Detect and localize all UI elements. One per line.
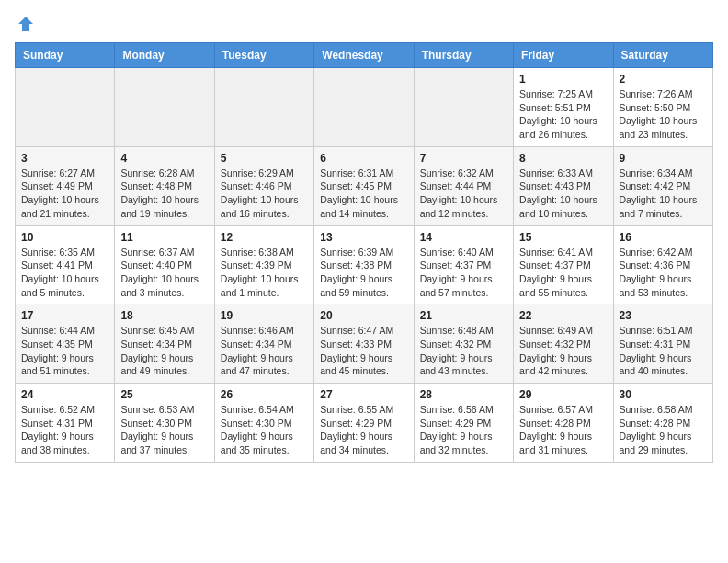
day-number: 30 (620, 388, 707, 401)
day-header-saturday: Saturday (613, 43, 712, 68)
calendar-cell (414, 68, 513, 147)
day-number: 15 (519, 231, 607, 244)
day-number: 2 (620, 73, 707, 86)
day-number: 18 (120, 309, 208, 322)
day-number: 28 (420, 388, 507, 401)
day-number: 11 (120, 231, 208, 244)
day-info: Sunrise: 6:40 AM Sunset: 4:37 PM Dayligh… (420, 246, 507, 300)
calendar-cell: 18Sunrise: 6:45 AM Sunset: 4:34 PM Dayli… (115, 304, 214, 384)
day-info: Sunrise: 6:45 AM Sunset: 4:34 PM Dayligh… (120, 324, 208, 378)
calendar-week-row: 3Sunrise: 6:27 AM Sunset: 4:49 PM Daylig… (16, 146, 713, 225)
svg-marker-0 (18, 17, 33, 31)
day-info: Sunrise: 6:41 AM Sunset: 4:37 PM Dayligh… (519, 246, 607, 300)
day-number: 10 (21, 231, 108, 244)
calendar-cell: 8Sunrise: 6:33 AM Sunset: 4:43 PM Daylig… (514, 146, 613, 225)
day-header-tuesday: Tuesday (214, 43, 313, 68)
day-number: 6 (320, 152, 407, 165)
day-number: 7 (420, 152, 507, 165)
day-info: Sunrise: 6:33 AM Sunset: 4:43 PM Dayligh… (519, 167, 607, 221)
day-info: Sunrise: 6:56 AM Sunset: 4:29 PM Dayligh… (420, 403, 507, 457)
day-info: Sunrise: 6:51 AM Sunset: 4:31 PM Dayligh… (620, 324, 707, 378)
calendar-cell: 25Sunrise: 6:53 AM Sunset: 4:30 PM Dayli… (115, 384, 214, 463)
day-info: Sunrise: 6:49 AM Sunset: 4:32 PM Dayligh… (519, 324, 607, 378)
day-info: Sunrise: 6:31 AM Sunset: 4:45 PM Dayligh… (320, 167, 407, 221)
day-number: 3 (21, 152, 108, 165)
calendar-cell: 20Sunrise: 6:47 AM Sunset: 4:33 PM Dayli… (314, 304, 414, 384)
day-number: 9 (620, 152, 707, 165)
day-number: 8 (519, 152, 607, 165)
day-info: Sunrise: 6:28 AM Sunset: 4:48 PM Dayligh… (120, 167, 208, 221)
calendar-cell: 23Sunrise: 6:51 AM Sunset: 4:31 PM Dayli… (613, 304, 712, 384)
day-number: 4 (120, 152, 208, 165)
calendar-cell: 17Sunrise: 6:44 AM Sunset: 4:35 PM Dayli… (16, 304, 115, 384)
day-info: Sunrise: 6:34 AM Sunset: 4:42 PM Dayligh… (620, 167, 707, 221)
day-header-friday: Friday (514, 43, 613, 68)
calendar-cell: 21Sunrise: 6:48 AM Sunset: 4:32 PM Dayli… (414, 304, 513, 384)
calendar-week-row: 10Sunrise: 6:35 AM Sunset: 4:41 PM Dayli… (16, 225, 713, 304)
day-number: 5 (221, 152, 308, 165)
calendar-cell (16, 68, 115, 147)
day-info: Sunrise: 6:58 AM Sunset: 4:28 PM Dayligh… (620, 403, 707, 457)
day-number: 22 (519, 309, 607, 322)
day-header-thursday: Thursday (414, 43, 513, 68)
calendar-cell: 30Sunrise: 6:58 AM Sunset: 4:28 PM Dayli… (613, 384, 712, 463)
calendar-cell: 6Sunrise: 6:31 AM Sunset: 4:45 PM Daylig… (314, 146, 414, 225)
day-info: Sunrise: 6:53 AM Sunset: 4:30 PM Dayligh… (120, 403, 208, 457)
calendar-cell: 10Sunrise: 6:35 AM Sunset: 4:41 PM Dayli… (16, 225, 115, 304)
calendar-table: SundayMondayTuesdayWednesdayThursdayFrid… (15, 42, 713, 463)
day-info: Sunrise: 6:44 AM Sunset: 4:35 PM Dayligh… (21, 324, 108, 378)
calendar-cell: 4Sunrise: 6:28 AM Sunset: 4:48 PM Daylig… (115, 146, 214, 225)
page-header (15, 15, 713, 33)
logo (15, 15, 35, 33)
day-number: 17 (21, 309, 108, 322)
calendar-cell: 28Sunrise: 6:56 AM Sunset: 4:29 PM Dayli… (414, 384, 513, 463)
calendar-header-row: SundayMondayTuesdayWednesdayThursdayFrid… (16, 43, 713, 68)
day-info: Sunrise: 6:38 AM Sunset: 4:39 PM Dayligh… (221, 246, 308, 300)
day-info: Sunrise: 6:55 AM Sunset: 4:29 PM Dayligh… (320, 403, 407, 457)
calendar-week-row: 1Sunrise: 7:25 AM Sunset: 5:51 PM Daylig… (16, 68, 713, 147)
day-number: 19 (221, 309, 308, 322)
day-header-sunday: Sunday (16, 43, 115, 68)
calendar-cell: 22Sunrise: 6:49 AM Sunset: 4:32 PM Dayli… (514, 304, 613, 384)
calendar-cell: 5Sunrise: 6:29 AM Sunset: 4:46 PM Daylig… (214, 146, 313, 225)
calendar-cell: 15Sunrise: 6:41 AM Sunset: 4:37 PM Dayli… (514, 225, 613, 304)
day-info: Sunrise: 7:26 AM Sunset: 5:50 PM Dayligh… (620, 87, 707, 142)
day-info: Sunrise: 7:25 AM Sunset: 5:51 PM Dayligh… (519, 87, 607, 142)
calendar-cell: 2Sunrise: 7:26 AM Sunset: 5:50 PM Daylig… (613, 68, 712, 147)
day-info: Sunrise: 6:42 AM Sunset: 4:36 PM Dayligh… (620, 246, 707, 300)
day-info: Sunrise: 6:32 AM Sunset: 4:44 PM Dayligh… (420, 167, 507, 221)
calendar-cell: 11Sunrise: 6:37 AM Sunset: 4:40 PM Dayli… (115, 225, 214, 304)
calendar-cell: 19Sunrise: 6:46 AM Sunset: 4:34 PM Dayli… (214, 304, 313, 384)
day-header-monday: Monday (115, 43, 214, 68)
day-info: Sunrise: 6:52 AM Sunset: 4:31 PM Dayligh… (21, 403, 108, 457)
day-info: Sunrise: 6:35 AM Sunset: 4:41 PM Dayligh… (21, 246, 108, 300)
day-number: 23 (620, 309, 707, 322)
day-info: Sunrise: 6:46 AM Sunset: 4:34 PM Dayligh… (221, 324, 308, 378)
day-info: Sunrise: 6:39 AM Sunset: 4:38 PM Dayligh… (320, 246, 407, 300)
day-info: Sunrise: 6:37 AM Sunset: 4:40 PM Dayligh… (120, 246, 208, 300)
day-info: Sunrise: 6:48 AM Sunset: 4:32 PM Dayligh… (420, 324, 507, 378)
calendar-cell: 9Sunrise: 6:34 AM Sunset: 4:42 PM Daylig… (613, 146, 712, 225)
day-info: Sunrise: 6:47 AM Sunset: 4:33 PM Dayligh… (320, 324, 407, 378)
calendar-cell: 7Sunrise: 6:32 AM Sunset: 4:44 PM Daylig… (414, 146, 513, 225)
calendar-cell: 3Sunrise: 6:27 AM Sunset: 4:49 PM Daylig… (16, 146, 115, 225)
calendar-cell: 12Sunrise: 6:38 AM Sunset: 4:39 PM Dayli… (214, 225, 313, 304)
calendar-cell: 14Sunrise: 6:40 AM Sunset: 4:37 PM Dayli… (414, 225, 513, 304)
day-number: 14 (420, 231, 507, 244)
calendar-week-row: 17Sunrise: 6:44 AM Sunset: 4:35 PM Dayli… (16, 304, 713, 384)
calendar-cell (115, 68, 214, 147)
day-number: 24 (21, 388, 108, 401)
day-header-wednesday: Wednesday (314, 43, 414, 68)
calendar-cell: 16Sunrise: 6:42 AM Sunset: 4:36 PM Dayli… (613, 225, 712, 304)
day-number: 25 (120, 388, 208, 401)
day-info: Sunrise: 6:29 AM Sunset: 4:46 PM Dayligh… (221, 167, 308, 221)
calendar-cell: 26Sunrise: 6:54 AM Sunset: 4:30 PM Dayli… (214, 384, 313, 463)
day-info: Sunrise: 6:27 AM Sunset: 4:49 PM Dayligh… (21, 167, 108, 221)
calendar-cell: 1Sunrise: 7:25 AM Sunset: 5:51 PM Daylig… (514, 68, 613, 147)
calendar-cell: 24Sunrise: 6:52 AM Sunset: 4:31 PM Dayli… (16, 384, 115, 463)
day-info: Sunrise: 6:54 AM Sunset: 4:30 PM Dayligh… (221, 403, 308, 457)
calendar-cell (214, 68, 313, 147)
day-number: 29 (519, 388, 607, 401)
calendar-cell: 13Sunrise: 6:39 AM Sunset: 4:38 PM Dayli… (314, 225, 414, 304)
logo-icon (17, 15, 35, 33)
